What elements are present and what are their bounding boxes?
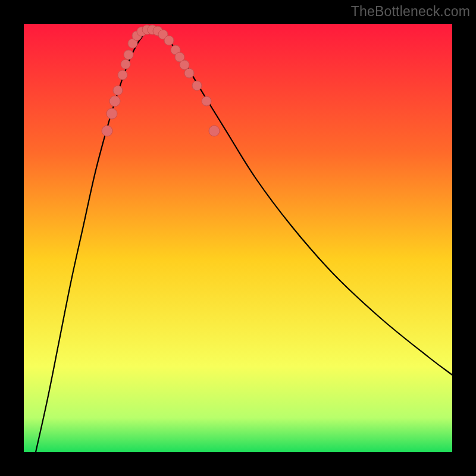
marker-dot [107,108,117,119]
marker-dot [121,60,130,69]
marker-dot [164,36,174,45]
marker-dot [102,126,112,136]
watermark-text: TheBottleneck.com [351,4,470,20]
marker-dot [124,50,133,60]
marker-dot [184,68,194,78]
marker-group [102,25,220,136]
bottleneck-curve [36,29,452,452]
marker-dot [209,126,220,136]
marker-dot [192,81,202,90]
marker-dot [118,70,127,80]
chart-frame: TheBottleneck.com [0,0,476,476]
curve-svg [24,24,452,452]
marker-dot [202,96,211,106]
plot-area [24,24,452,452]
marker-dot [180,60,189,70]
marker-dot [109,96,120,107]
marker-dot [113,86,123,95]
